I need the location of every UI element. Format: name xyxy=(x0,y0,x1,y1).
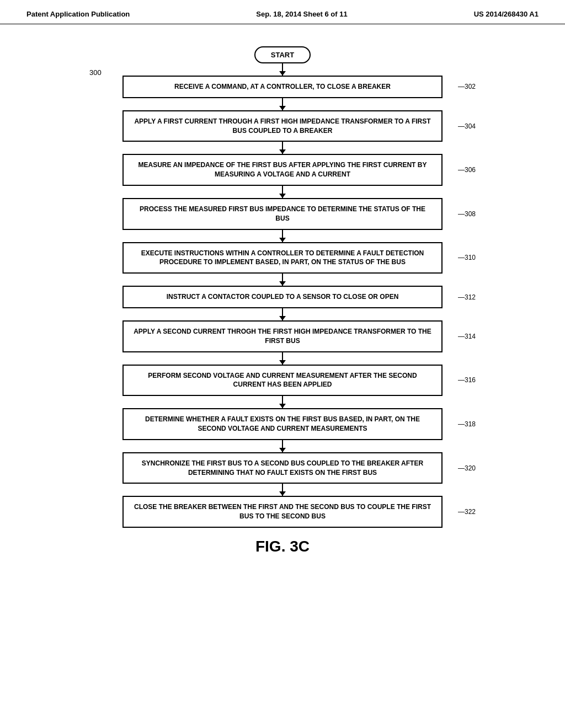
flow-box: DETERMINE WHETHER A FAULT EXISTS ON THE … xyxy=(122,408,443,440)
arrow-connector xyxy=(282,484,283,496)
arrow-connector xyxy=(282,440,283,452)
arrow-connector xyxy=(282,142,283,154)
flow-row: RECEIVE A COMMAND, AT A CONTROLLER, TO C… xyxy=(89,76,476,98)
step-ref-label: —312 xyxy=(458,293,476,301)
flow-row: MEASURE AN IMPEDANCE OF THE FIRST BUS AF… xyxy=(89,154,476,186)
flow-box: APPLY A FIRST CURRENT THROUGH A FIRST HI… xyxy=(122,110,443,142)
flow-row: INSTRUCT A CONTACTOR COUPLED TO A SENSOR… xyxy=(89,286,476,308)
flow-row: PERFORM SECOND VOLTAGE AND CURRENT MEASU… xyxy=(89,365,476,397)
header-left: Patent Application Publication xyxy=(26,10,130,18)
step-ref-label: —302 xyxy=(458,83,476,90)
step-ref-label: —322 xyxy=(458,508,476,516)
arrow-connector xyxy=(282,308,283,320)
flow-row: SYNCHRONIZE THE FIRST BUS TO A SECOND BU… xyxy=(89,452,476,484)
flow-row: CLOSE THE BREAKER BETWEEN THE FIRST AND … xyxy=(89,496,476,528)
flow-box: MEASURE AN IMPEDANCE OF THE FIRST BUS AF… xyxy=(122,154,443,186)
arrow-connector xyxy=(282,186,283,198)
flow-row: APPLY A SECOND CURRENT THROGH THE FIRST … xyxy=(89,320,476,352)
header-right: US 2014/268430 A1 xyxy=(474,10,539,18)
step-ref-label: —308 xyxy=(458,210,476,218)
step-ref-label: —310 xyxy=(458,254,476,261)
flow-row: APPLY A FIRST CURRENT THROUGH A FIRST HI… xyxy=(89,110,476,142)
step-ref-label: —320 xyxy=(458,464,476,472)
arrow-connector xyxy=(282,230,283,242)
flow-row: PROCESS THE MEASURED FIRST BUS IMPEDANCE… xyxy=(89,198,476,230)
flow-box: SYNCHRONIZE THE FIRST BUS TO A SECOND BU… xyxy=(122,452,443,484)
step-ref-label: —304 xyxy=(458,122,476,130)
arrow-connector xyxy=(282,396,283,408)
step-ref-label: —316 xyxy=(458,376,476,384)
arrow-connector xyxy=(282,274,283,286)
flow-row: EXECUTE INSTRUCTIONS WITHIN A CONTROLLER… xyxy=(89,242,476,274)
arrow-connector xyxy=(282,352,283,365)
flowchart: 300 START RECEIVE A COMMAND, AT A CONTRO… xyxy=(44,41,521,555)
flow-box: PROCESS THE MEASURED FIRST BUS IMPEDANCE… xyxy=(122,198,443,230)
flow-box: CLOSE THE BREAKER BETWEEN THE FIRST AND … xyxy=(122,496,443,528)
arrow-connector xyxy=(282,63,283,76)
flow-box: INSTRUCT A CONTACTOR COUPLED TO A SENSOR… xyxy=(122,286,443,308)
flow-box: RECEIVE A COMMAND, AT A CONTROLLER, TO C… xyxy=(122,76,443,98)
flow-box: APPLY A SECOND CURRENT THROGH THE FIRST … xyxy=(122,320,443,352)
flow-row: DETERMINE WHETHER A FAULT EXISTS ON THE … xyxy=(89,408,476,440)
flow-box: EXECUTE INSTRUCTIONS WITHIN A CONTROLLER… xyxy=(122,242,443,274)
flow-steps: RECEIVE A COMMAND, AT A CONTROLLER, TO C… xyxy=(89,63,476,528)
page-content: 300 START RECEIVE A COMMAND, AT A CONTRO… xyxy=(0,24,565,572)
arrow-connector xyxy=(282,98,283,110)
step-ref-label: —314 xyxy=(458,333,476,340)
step-ref-label: —306 xyxy=(458,166,476,174)
start-oval: START xyxy=(254,46,311,63)
step-ref-label: —318 xyxy=(458,420,476,428)
figure-caption: FIG. 3C xyxy=(255,538,310,555)
page-header: Patent Application Publication Sep. 18, … xyxy=(0,0,565,24)
flow-box: PERFORM SECOND VOLTAGE AND CURRENT MEASU… xyxy=(122,365,443,397)
header-middle: Sep. 18, 2014 Sheet 6 of 11 xyxy=(256,10,347,18)
